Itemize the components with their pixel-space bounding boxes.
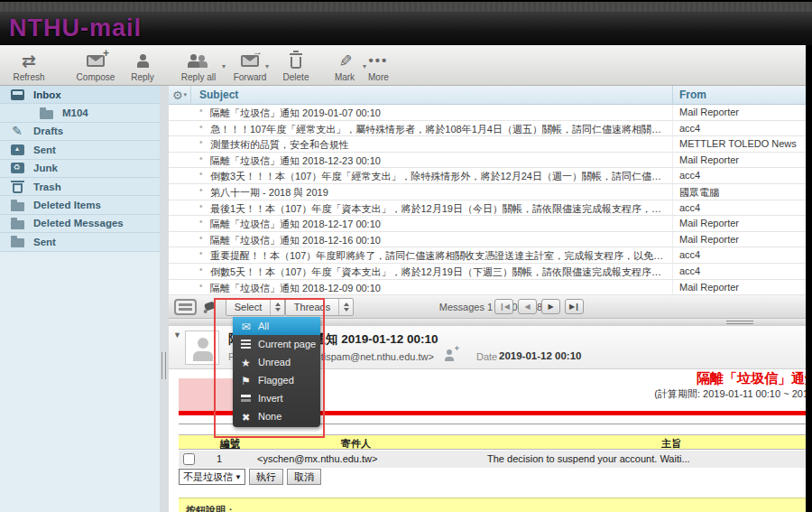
avatar [185,330,219,365]
mail-list-row[interactable]: 最後1天！！本（107）年度「資本支出」，將於12月19日（今日）關帳，請依限儘… [169,200,806,217]
mail-list-row[interactable]: 隔離「垃圾信」通知 2018-12-16 00:10 Mail Reporter [169,232,806,248]
mail-row-from: Mail Reporter [672,105,806,120]
add-contact-icon[interactable] [444,349,456,361]
mail-row-from: 國眾電腦 [672,184,806,200]
folder-item-label: Inbox [33,89,61,100]
sidebar-folder-item[interactable]: Inbox [0,86,160,104]
folder-item-icon [11,238,24,247]
menu-item-icon [242,408,250,424]
toolbar-button[interactable]: Refresh ▾ [7,46,51,82]
next-page-button[interactable] [541,299,560,314]
toolbar-button-label: Delete [283,72,309,82]
pagination [494,299,584,314]
collapse-message-icon[interactable] [173,330,181,340]
email-notes-block: 按鈕說明： [179,498,806,512]
list-options-button[interactable]: ▾ [169,86,191,104]
sender-address[interactable]: <antispam@net.nthu.edu.tw> [304,351,434,362]
toolbar-button[interactable]: Delete ▾ [278,46,314,82]
vertical-splitter[interactable] [160,86,169,512]
folder-item-label: Sent [33,237,56,247]
spam-action-select[interactable]: 不是垃圾信 ▼ [179,469,245,485]
toolbar-icon [22,51,36,71]
sidebar-folder-item[interactable]: Drafts [0,123,160,141]
col-sender: 寄件人 [341,437,371,451]
mail-row-from: acc4 [672,168,806,183]
previous-page-button[interactable] [518,299,537,314]
list-view-toggle-button[interactable] [174,299,197,315]
sidebar-folder-item[interactable]: Sent [0,141,160,159]
folder-item-label: Drafts [33,126,63,136]
select-menu-item[interactable]: None [233,407,320,425]
menu-item-label: None [258,411,281,422]
row-number: 1 [217,453,222,464]
message-count-status: Messages 1 to 50 of 386 [358,302,629,312]
row-checkbox[interactable] [183,453,195,465]
mail-list-row[interactable]: 隔離「垃圾信」通知 2018-12-23 00:10 Mail Reporter [169,153,806,169]
brand-bar: NTHU-mail [0,12,812,45]
toolbar-button[interactable]: More ▾ [368,46,389,82]
mail-row-subject: 隔離「垃圾信」通知 2018-12-17 00:10 [210,218,669,231]
col-number: 編號 [220,437,240,451]
toolbar-button[interactable]: Forward ▾ [235,46,265,82]
sidebar-folder-item[interactable]: M104 [0,104,160,122]
sidebar-folder-item[interactable]: Deleted Items [0,196,160,214]
email-action-row: 不是垃圾信 ▼ 執行 取消 [179,469,321,485]
column-header-subject[interactable]: Subject [191,88,238,101]
toolbar-button[interactable]: Reply ▾ [117,46,168,82]
read-status-dot-icon [199,122,203,132]
folder-item-icon [12,123,23,139]
date-label: Date [476,351,497,362]
mail-list-row[interactable]: 隔離「垃圾信」通知 2018-12-17 00:10 Mail Reporter [169,216,806,232]
mail-row-subject: 最後1天！！本（107）年度「資本支出」，將於12月19日（今日）關帳，請依限儘… [210,202,669,216]
first-page-button[interactable] [494,299,513,314]
webmail-window: NTHU-mail Refresh ▾ Compose ▾ Reply ▾ Re… [0,0,812,512]
mail-list-row[interactable]: 急！！！107年度「經常支出」，屬特殊情形者，將於108年1月4日（週五）關帳，… [169,121,806,137]
spinner-arrows-icon [270,299,284,315]
cancel-button[interactable]: 取消 [287,469,321,485]
toolbar-button[interactable]: Compose ▾ [79,46,112,82]
folder-item-icon [11,144,24,155]
mail-row-from: acc4 [672,264,806,279]
mail-list-row[interactable]: 隔離「垃圾信」通知 2019-01-07 00:10 Mail Reporter [169,105,806,121]
sidebar-folder-item[interactable]: Deleted Messages [0,215,160,233]
last-page-button[interactable] [565,299,584,314]
toolbar-button-label: More [368,72,389,82]
read-status-dot-icon [199,265,203,275]
spinner-arrows-icon [338,299,353,315]
threads-dropdown[interactable]: Threads [285,298,354,316]
mail-list-row[interactable]: 隔離「垃圾信」通知 2018-12-09 00:10 Mail Reporter [169,280,806,296]
folder-item-label: Deleted Items [33,200,101,210]
select-dropdown-label: Select [226,299,270,315]
read-status-dot-icon [199,248,203,258]
mail-list-header: ▾ Subject From [169,86,806,105]
toolbar-button[interactable]: Mark ▾ [327,46,363,82]
toolbar-button[interactable]: Reply all ▾ [175,46,222,82]
mail-list-row[interactable]: 測量技術的品質，安全和合規性 METTLER TOLEDO News [169,136,806,153]
menu-item-icon [241,340,251,341]
menu-item-icon [241,354,251,370]
select-menu-item[interactable]: Invert [233,389,320,407]
folder-item-label: Trash [33,182,61,192]
select-menu-item[interactable]: Flagged [233,371,320,389]
mail-row-subject: 隔離「垃圾信」通知 2018-12-09 00:10 [210,282,669,295]
sidebar-folder-item[interactable]: Sent [0,233,160,251]
select-menu-item[interactable]: Current page [233,335,320,353]
mail-list-row[interactable]: 倒數5天！！本（107）年度「資本支出」，將於12月19日（下週三）關帳，請依限… [169,264,806,280]
splitter-grip-icon [161,352,166,379]
folder-item-icon [11,202,24,211]
folder-item-icon [11,163,24,173]
mail-list-row[interactable]: 第八十一期 - 2018 與 2019 國眾電腦 [169,184,806,200]
mail-list-row[interactable]: 重要提醒！！本（107）年度即將終了，請同仁儘速將相關收支憑證送達主計室，完成報… [169,247,806,264]
mail-list-row[interactable]: 倒數3天！！！本（107）年度「經常支出」，除特殊情形外，將於12月24日（週一… [169,168,806,184]
column-header-from[interactable]: From [672,86,806,104]
spam-action-value: 不是垃圾信 [183,470,233,484]
select-dropdown[interactable]: Select [226,298,285,316]
mail-row-subject: 隔離「垃圾信」通知 2018-12-16 00:10 [210,234,669,247]
conversation-icon[interactable] [204,301,216,311]
sidebar-folder-item[interactable]: Junk [0,160,160,178]
execute-button[interactable]: 執行 [249,469,283,485]
select-menu-item[interactable]: All [233,317,320,335]
mail-row-subject: 倒數5天！！本（107）年度「資本支出」，將於12月19日（下週三）關帳，請依限… [210,265,669,279]
select-menu-item[interactable]: Unread [233,353,320,371]
sidebar-folder-item[interactable]: Trash [0,178,160,196]
